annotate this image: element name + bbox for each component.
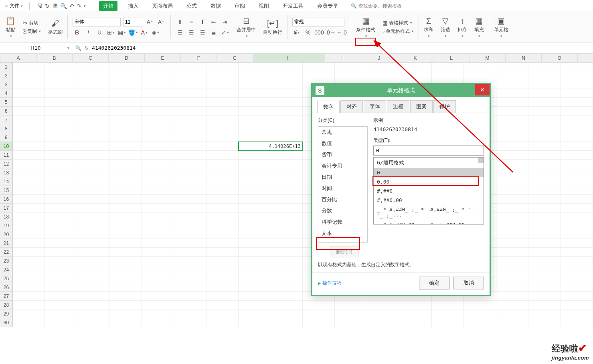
cell-P13[interactable] — [528, 168, 561, 177]
cell-B16[interactable] — [45, 195, 77, 204]
cell-H15[interactable] — [239, 186, 303, 195]
cell-A24[interactable] — [13, 265, 45, 274]
cell-C3[interactable] — [77, 80, 109, 89]
row-header-4[interactable]: 4 — [0, 89, 13, 98]
cell-H5[interactable] — [239, 98, 303, 107]
cell-D25[interactable] — [109, 274, 142, 283]
col-header-M[interactable]: M — [470, 54, 506, 63]
cell-E17[interactable] — [142, 204, 174, 212]
cell-F23[interactable] — [174, 257, 206, 265]
cell-B4[interactable] — [45, 89, 77, 98]
dtab-number[interactable]: 数字 — [317, 101, 340, 113]
cell-B23[interactable] — [45, 257, 77, 265]
row-header-19[interactable]: 19 — [0, 221, 13, 230]
redo-icon[interactable]: ↷ — [77, 3, 81, 9]
cell-F27[interactable] — [174, 292, 206, 301]
cell-O21[interactable] — [496, 239, 528, 248]
cell-H26[interactable] — [239, 283, 303, 292]
cell-O2[interactable] — [496, 71, 528, 80]
percent-icon[interactable]: % — [304, 28, 312, 37]
ok-button[interactable]: 确定 — [419, 277, 449, 289]
cell-M29[interactable] — [432, 309, 464, 318]
dtab-protect[interactable]: 保护 — [433, 100, 456, 113]
col-header-J[interactable]: J — [361, 54, 397, 63]
increase-decimal-icon[interactable]: .0→ — [326, 28, 335, 37]
cell-G18[interactable] — [206, 212, 239, 221]
cell-A5[interactable] — [13, 98, 45, 107]
cell-E30[interactable] — [142, 318, 174, 327]
search-input[interactable] — [358, 3, 419, 9]
cell-O30[interactable] — [496, 318, 528, 327]
phonetic-icon[interactable]: ◈ — [151, 28, 160, 37]
cell-A28[interactable] — [13, 301, 45, 309]
cell-D8[interactable] — [109, 124, 142, 133]
row-header-15[interactable]: 15 — [0, 186, 13, 195]
cell-O16[interactable] — [496, 195, 528, 204]
tab-member[interactable]: 会员专享 — [314, 1, 341, 11]
cell-P26[interactable] — [528, 283, 561, 292]
cell-G12[interactable] — [206, 160, 239, 168]
cell-Q3[interactable] — [561, 80, 593, 89]
cell-P18[interactable] — [528, 212, 561, 221]
category-item[interactable]: 科学记数 — [318, 216, 367, 228]
cell-D21[interactable] — [109, 239, 142, 248]
col-header-G[interactable]: G — [217, 54, 253, 63]
cell-P14[interactable] — [528, 177, 561, 186]
cell-O28[interactable] — [496, 301, 528, 309]
cell-C17[interactable] — [77, 204, 109, 212]
cell-P23[interactable] — [528, 257, 561, 265]
tab-review[interactable]: 审阅 — [231, 1, 248, 11]
cell-L30[interactable] — [399, 318, 431, 327]
cell-F25[interactable] — [174, 274, 206, 283]
type-item[interactable]: 0.00 — [374, 177, 484, 186]
cell-D3[interactable] — [109, 80, 142, 89]
cell-H14[interactable] — [239, 177, 303, 186]
cell-P3[interactable] — [528, 80, 561, 89]
cell-P28[interactable] — [528, 301, 561, 309]
cell-C6[interactable] — [77, 107, 109, 115]
cell-O25[interactable] — [496, 274, 528, 283]
command-search[interactable]: 🔍 — [351, 3, 419, 9]
cell-A14[interactable] — [13, 177, 45, 186]
format-painter-button[interactable]: 🖌 格式刷 — [48, 19, 63, 36]
cell-G25[interactable] — [206, 274, 239, 283]
close-button[interactable]: ✕ — [475, 84, 490, 95]
cell-B8[interactable] — [45, 124, 77, 133]
type-item[interactable]: #,##0 — [374, 186, 484, 196]
cell-O9[interactable] — [496, 133, 528, 142]
cell-D11[interactable] — [109, 151, 142, 160]
cell-H29[interactable] — [239, 309, 303, 318]
align-top-icon[interactable]: ⬆̲ — [176, 18, 184, 26]
cell-D23[interactable] — [109, 257, 142, 265]
bold-icon[interactable]: B — [73, 28, 81, 37]
cell-J29[interactable] — [335, 309, 367, 318]
cell-E12[interactable] — [142, 160, 174, 168]
cell-F1[interactable] — [174, 63, 206, 71]
cell-F30[interactable] — [174, 318, 206, 327]
cell-B19[interactable] — [45, 221, 77, 230]
cell-B13[interactable] — [45, 168, 77, 177]
cell-A7[interactable] — [13, 115, 45, 124]
cell-C30[interactable] — [77, 318, 109, 327]
cell-B17[interactable] — [45, 204, 77, 212]
category-item[interactable]: 时间 — [318, 183, 367, 194]
cell-A22[interactable] — [13, 248, 45, 257]
cell-H18[interactable] — [239, 212, 303, 221]
tab-start[interactable]: 开始 — [99, 1, 117, 11]
row-header-29[interactable]: 29 — [0, 309, 13, 318]
col-header-D[interactable]: D — [109, 54, 145, 63]
cell-A12[interactable] — [13, 160, 45, 168]
cell-H20[interactable] — [239, 230, 303, 239]
cell-G27[interactable] — [206, 292, 239, 301]
cell-P2[interactable] — [528, 71, 561, 80]
cell-K28[interactable] — [367, 301, 399, 309]
cell-O4[interactable] — [496, 89, 528, 98]
cell-A29[interactable] — [13, 309, 45, 318]
row-header-8[interactable]: 8 — [0, 124, 13, 133]
tab-developer[interactable]: 开发工具 — [279, 1, 307, 11]
cell-E14[interactable] — [142, 177, 174, 186]
cell-G4[interactable] — [206, 89, 239, 98]
cell-O24[interactable] — [496, 265, 528, 274]
chevron-down-icon[interactable]: ▾ — [84, 4, 86, 8]
cell-O27[interactable] — [496, 292, 528, 301]
